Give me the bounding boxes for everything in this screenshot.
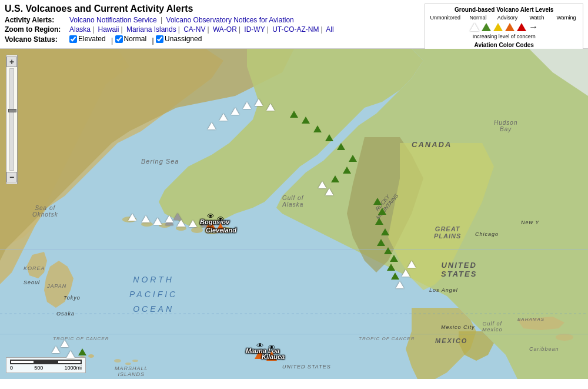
volcano-marker-green-us[interactable] bbox=[377, 239, 385, 248]
zoom-out-button[interactable]: − bbox=[6, 172, 17, 182]
zoom-links: Alaska| Hawaii| Mariana Islands| CA-NV| … bbox=[69, 25, 334, 34]
map-container[interactable]: NORTHPACIFICOCEAN CANADA UNITEDSTATES UN… bbox=[0, 49, 588, 379]
zoom-wa-or[interactable]: WA-OR bbox=[213, 25, 237, 34]
volcano-marker-white-us[interactable] bbox=[396, 281, 404, 290]
warning-triangle bbox=[517, 23, 526, 31]
activity-alerts-label: Activity Alerts: bbox=[5, 16, 69, 24]
volcano-marker[interactable] bbox=[243, 102, 251, 111]
volcano-marker-green-us[interactable] bbox=[390, 255, 398, 264]
advisory-triangle bbox=[493, 23, 503, 31]
volcano-marker-green-us[interactable] bbox=[373, 198, 382, 207]
filter-elevated[interactable]: Elevated bbox=[69, 35, 106, 43]
scale-segments bbox=[10, 360, 82, 364]
volcano-marker-white-us[interactable] bbox=[407, 261, 416, 270]
volcano-status-label: Volcano Status: bbox=[5, 35, 69, 44]
volcano-marker[interactable] bbox=[173, 213, 182, 222]
zoom-mariana[interactable]: Mariana Islands bbox=[126, 25, 176, 34]
volcano-marker[interactable] bbox=[208, 122, 216, 131]
notification-service-link[interactable]: Volcano Notification Service bbox=[69, 16, 157, 24]
zoom-all[interactable]: All bbox=[326, 25, 333, 34]
watch-triangle bbox=[505, 23, 514, 31]
volcano-marker-green[interactable] bbox=[290, 111, 298, 119]
arrow-label: Increasing level of concern bbox=[430, 34, 578, 39]
volcano-marker[interactable] bbox=[165, 215, 173, 224]
volcano-marker-pacific[interactable] bbox=[52, 346, 60, 355]
volcano-marker[interactable] bbox=[266, 104, 275, 112]
svg-point-14 bbox=[556, 334, 573, 341]
legend-level-labels: Unmonitored Normal Advisory Watch Warnin… bbox=[430, 15, 578, 21]
arrow-icon: → bbox=[529, 22, 538, 32]
volcano-marker-green[interactable] bbox=[331, 175, 339, 184]
zoom-hawaii[interactable]: Hawaii bbox=[98, 25, 119, 34]
volcano-marker-green-us[interactable] bbox=[378, 208, 386, 217]
bogoslov-marker[interactable]: 👁 bbox=[205, 220, 216, 231]
status-filters: Elevated | Normal | Unassigned bbox=[69, 35, 205, 45]
volcano-marker[interactable] bbox=[142, 215, 150, 224]
kilauea-marker[interactable]: 👁 bbox=[266, 351, 277, 363]
unmonitored-triangle bbox=[470, 23, 479, 31]
volcano-marker[interactable] bbox=[128, 214, 136, 222]
activity-links: Volcano Notification Service | Volcano O… bbox=[69, 16, 294, 24]
dividing-line bbox=[0, 249, 588, 250]
scale-labels: 0 500 1000mi bbox=[10, 365, 82, 371]
svg-point-3 bbox=[88, 354, 94, 358]
volcano-marker-green[interactable] bbox=[349, 155, 357, 164]
aviation-notices-link[interactable]: Volcano Observatory Notices for Aviation bbox=[166, 16, 294, 24]
hawaii-marker-green[interactable] bbox=[78, 348, 86, 357]
zoom-handle[interactable] bbox=[8, 109, 16, 112]
volcano-marker-pacific[interactable] bbox=[61, 340, 69, 349]
volcano-marker-green-us[interactable] bbox=[381, 228, 389, 237]
filter-normal[interactable]: Normal bbox=[115, 35, 147, 43]
legend-triangles: → bbox=[430, 22, 578, 32]
zoom-slider[interactable]: + − bbox=[6, 55, 18, 184]
map-background bbox=[0, 49, 588, 379]
zoom-in-button[interactable]: + bbox=[6, 56, 17, 67]
svg-point-12 bbox=[125, 363, 131, 365]
volcano-marker-green-us[interactable] bbox=[375, 218, 383, 227]
volcano-marker[interactable] bbox=[325, 188, 333, 197]
zoom-ut-co-az-nm[interactable]: UT-CO-AZ-NM bbox=[272, 25, 319, 34]
zoom-ca-nv[interactable]: CA-NV bbox=[183, 25, 205, 34]
volcano-marker-green[interactable] bbox=[325, 134, 333, 143]
volcano-marker-green[interactable] bbox=[337, 143, 345, 152]
avi-title: Aviation Color Codes bbox=[430, 42, 578, 48]
zoom-label: Zoom to Region: bbox=[5, 25, 69, 34]
volcano-marker[interactable] bbox=[219, 114, 228, 122]
volcano-marker-white-us[interactable] bbox=[402, 270, 410, 278]
svg-point-13 bbox=[132, 360, 138, 362]
volcano-marker-green[interactable] bbox=[302, 117, 310, 125]
normal-triangle bbox=[482, 23, 491, 31]
zoom-alaska[interactable]: Alaska bbox=[69, 25, 91, 34]
zoom-id-wy[interactable]: ID-WY bbox=[244, 25, 265, 34]
volcano-marker[interactable] bbox=[231, 108, 239, 117]
volcano-marker-green-us[interactable] bbox=[391, 272, 399, 281]
hawaii-marker-white[interactable] bbox=[66, 351, 75, 360]
maunaloa-marker[interactable]: 👁 bbox=[255, 350, 265, 361]
filter-unassigned[interactable]: Unassigned bbox=[156, 35, 202, 43]
volcano-marker[interactable] bbox=[153, 218, 162, 227]
volcano-marker-green[interactable] bbox=[313, 125, 322, 134]
volcano-marker-green[interactable] bbox=[343, 167, 351, 175]
volcano-marker-green-us[interactable] bbox=[387, 264, 395, 272]
zoom-track bbox=[9, 68, 14, 171]
scale-bar: 0 500 1000mi bbox=[6, 357, 86, 373]
cleveland-marker[interactable]: 👁 bbox=[215, 223, 226, 234]
volcano-marker[interactable] bbox=[255, 99, 263, 108]
svg-point-11 bbox=[114, 359, 121, 363]
volcano-marker[interactable] bbox=[189, 220, 197, 229]
legend-title: Ground-based Volcano Alert Levels bbox=[430, 6, 578, 13]
